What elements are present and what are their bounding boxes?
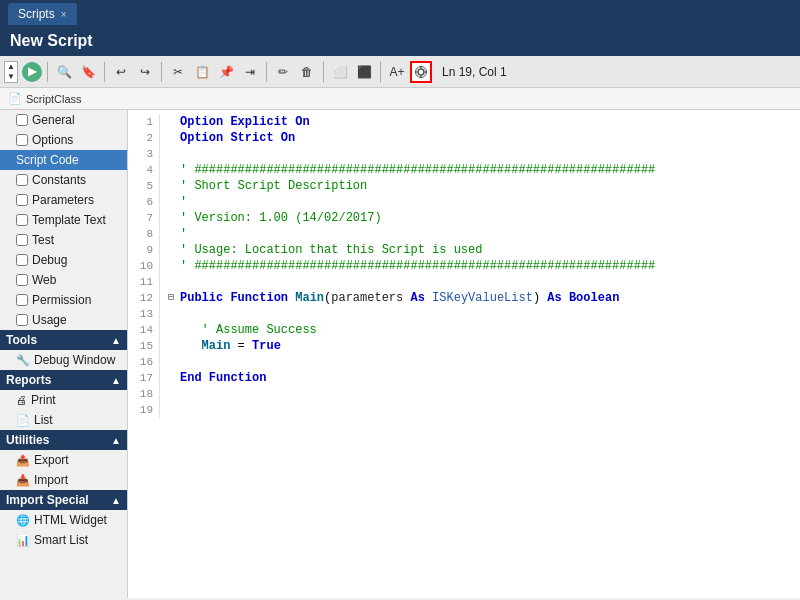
sidebar-label-usage: Usage [32,313,67,327]
line-number-19: 19 [128,402,160,418]
sidebar-section-reports[interactable]: Reports▲ [0,370,127,390]
sidebar-label-parameters: Parameters [32,193,94,207]
sidebar: GeneralOptionsScript CodeConstantsParame… [0,110,128,598]
section-label-reports: Reports [6,373,51,387]
checkbox-permission[interactable] [16,294,28,306]
sidebar-item-list[interactable]: 📄List [0,410,127,430]
sidebar-item-general[interactable]: General [0,110,127,130]
highlighted-button[interactable] [410,61,432,83]
font-button[interactable]: A+ [386,61,408,83]
indent-button[interactable]: ⇥ [239,61,261,83]
section-label-import-special: Import Special [6,493,89,507]
section-label-tools: Tools [6,333,37,347]
sep3 [161,62,162,82]
sidebar-item-import[interactable]: 📥Import [0,470,127,490]
sidebar-label-script-code: Script Code [16,153,79,167]
checkbox-usage[interactable] [16,314,28,326]
toolbar: ▲ ▼ ▶ 🔍 🔖 ↩ ↪ ✂ 📋 📌 ⇥ ✏ 🗑 ⬜ ⬛ A+ Ln 19, … [0,56,800,88]
label-list: List [34,413,53,427]
checkbox-template-text[interactable] [16,214,28,226]
code-line-9: 9' Usage: Location that this Script is u… [128,242,800,258]
sidebar-section-tools[interactable]: Tools▲ [0,330,127,350]
code-text-1: Option Explicit On [180,114,800,130]
spinner-up[interactable]: ▲ [5,62,17,72]
checkbox-debug[interactable] [16,254,28,266]
code-line-3: 3 [128,146,800,162]
code-line-1: 1Option Explicit On [128,114,800,130]
app-header: New Script [0,28,800,56]
sidebar-item-permission[interactable]: Permission [0,290,127,310]
svg-point-0 [418,69,424,75]
line-nav-spinner[interactable]: ▲ ▼ [4,61,18,83]
sidebar-item-test[interactable]: Test [0,230,127,250]
line-number-4: 4 [128,162,160,178]
pencil-button[interactable]: ✏ [272,61,294,83]
code-line-6: 6' [128,194,800,210]
code-line-14: 14 ' Assume Success [128,322,800,338]
expand-12[interactable]: ⊟ [168,290,180,306]
spinner-down[interactable]: ▼ [5,72,17,82]
sidebar-sections: Tools▲🔧Debug WindowReports▲🖨Print📄ListUt… [0,330,127,550]
label-smart-list: Smart List [34,533,88,547]
icon-print: 🖨 [16,394,27,406]
sidebar-item-print[interactable]: 🖨Print [0,390,127,410]
code-line-16: 16 [128,354,800,370]
icon-import: 📥 [16,474,30,487]
search-button[interactable]: 🔍 [53,61,75,83]
sidebar-label-test: Test [32,233,54,247]
close-tab-button[interactable]: × [61,9,67,20]
sep4 [266,62,267,82]
sep2 [104,62,105,82]
checkbox-test[interactable] [16,234,28,246]
checkbox-general[interactable] [16,114,28,126]
checkbox-options[interactable] [16,134,28,146]
sidebar-section-import-special[interactable]: Import Special▲ [0,490,127,510]
script-class-label: ScriptClass [26,93,82,105]
go-button[interactable]: ▶ [22,62,42,82]
sidebar-item-script-code[interactable]: Script Code [0,150,127,170]
eraser-button[interactable]: 🗑 [296,61,318,83]
sidebar-item-smart-list[interactable]: 📊Smart List [0,530,127,550]
checkbox-constants[interactable] [16,174,28,186]
cursor-position: Ln 19, Col 1 [442,65,507,79]
sidebar-item-export[interactable]: 📤Export [0,450,127,470]
sidebar-item-template-text[interactable]: Template Text [0,210,127,230]
sidebar-item-debug[interactable]: Debug [0,250,127,270]
script-tab-bar: 📄 ScriptClass [0,88,800,110]
sidebar-item-debug-window[interactable]: 🔧Debug Window [0,350,127,370]
line-number-6: 6 [128,194,160,210]
sidebar-item-options[interactable]: Options [0,130,127,150]
sidebar-label-template-text: Template Text [32,213,106,227]
code-editor[interactable]: 1Option Explicit On2Option Strict On34' … [128,110,800,598]
code-text-15: Main = True [180,338,800,354]
script-file-icon: 📄 [8,92,22,105]
code-text-8: ' [180,226,800,242]
format2-button[interactable]: ⬛ [353,61,375,83]
code-line-2: 2Option Strict On [128,130,800,146]
code-text-5: ' Short Script Description [180,178,800,194]
checkbox-parameters[interactable] [16,194,28,206]
sidebar-item-html-widget[interactable]: 🌐HTML Widget [0,510,127,530]
line-number-7: 7 [128,210,160,226]
label-print: Print [31,393,56,407]
undo-button[interactable]: ↩ [110,61,132,83]
redo-button[interactable]: ↪ [134,61,156,83]
page-title: New Script [10,32,93,49]
sidebar-item-web[interactable]: Web [0,270,127,290]
label-import: Import [34,473,68,487]
bookmark-button[interactable]: 🔖 [77,61,99,83]
sidebar-section-utilities[interactable]: Utilities▲ [0,430,127,450]
sidebar-item-constants[interactable]: Constants [0,170,127,190]
svg-point-1 [416,66,427,77]
format1-button[interactable]: ⬜ [329,61,351,83]
line-number-17: 17 [128,370,160,386]
cut-button[interactable]: ✂ [167,61,189,83]
sidebar-item-parameters[interactable]: Parameters [0,190,127,210]
code-line-5: 5' Short Script Description [128,178,800,194]
copy-button[interactable]: 📋 [191,61,213,83]
paste-button[interactable]: 📌 [215,61,237,83]
checkbox-web[interactable] [16,274,28,286]
scripts-tab[interactable]: Scripts × [8,3,77,25]
sidebar-label-constants: Constants [32,173,86,187]
sidebar-item-usage[interactable]: Usage [0,310,127,330]
